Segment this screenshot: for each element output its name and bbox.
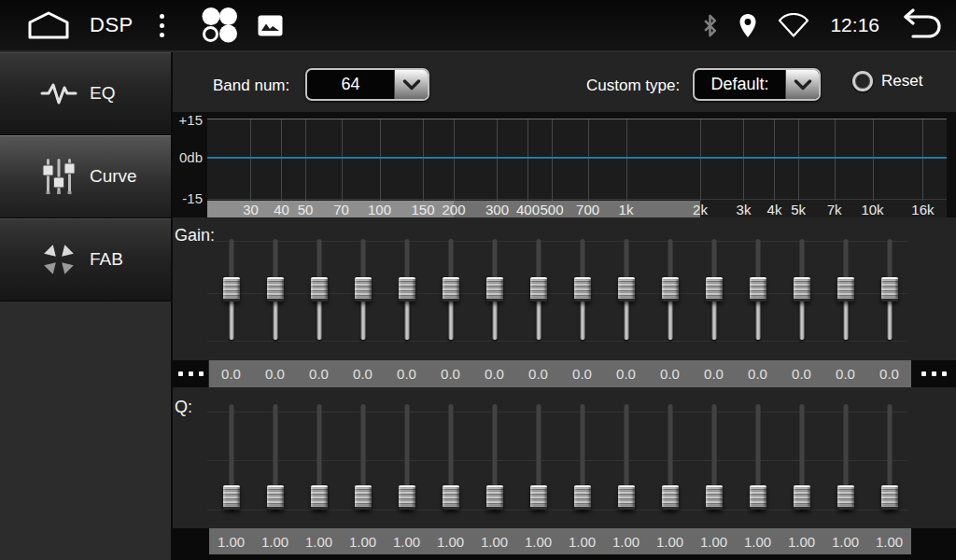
q-slider[interactable] — [692, 404, 736, 510]
reset-radio-icon[interactable] — [852, 71, 873, 91]
fader-thumb[interactable] — [223, 277, 240, 301]
fader-thumb[interactable] — [267, 277, 284, 301]
gain-slider[interactable] — [516, 239, 560, 340]
fader-thumb[interactable] — [881, 277, 898, 301]
y-axis-label-min: -15 — [173, 190, 203, 206]
fader-thumb[interactable] — [881, 485, 898, 510]
q-slider[interactable] — [297, 404, 341, 510]
gain-slider[interactable] — [472, 239, 516, 340]
fader-thumb[interactable] — [443, 485, 459, 510]
fader-thumb[interactable] — [311, 277, 328, 301]
gain-slider[interactable] — [867, 239, 911, 340]
fader-thumb[interactable] — [618, 277, 635, 301]
gain-slider[interactable] — [648, 239, 692, 340]
q-value: 1.00 — [648, 528, 692, 554]
back-icon[interactable] — [900, 8, 943, 42]
fader-thumb[interactable] — [574, 277, 591, 301]
fader-thumb[interactable] — [530, 485, 547, 510]
fader-thumb[interactable] — [574, 485, 591, 510]
fader-thumb[interactable] — [311, 485, 328, 510]
q-slider[interactable] — [516, 404, 560, 510]
fader-thumb[interactable] — [486, 485, 503, 510]
gain-slider[interactable] — [209, 239, 253, 340]
q-slider-row — [209, 404, 911, 510]
gain-slider[interactable] — [780, 239, 823, 340]
reset-button[interactable]: Reset — [852, 71, 922, 91]
gain-slider[interactable] — [604, 239, 648, 340]
fader-thumb[interactable] — [355, 485, 372, 510]
fader-thumb[interactable] — [399, 277, 415, 301]
chevron-down-icon[interactable] — [394, 70, 428, 99]
q-slider[interactable] — [253, 404, 297, 510]
q-slider[interactable] — [867, 404, 911, 510]
fader-thumb[interactable] — [706, 485, 723, 510]
home-icon[interactable] — [26, 10, 71, 40]
fader-thumb[interactable] — [530, 277, 547, 301]
q-slider[interactable] — [648, 404, 692, 510]
fader-thumb[interactable] — [486, 277, 503, 301]
gallery-icon[interactable] — [258, 15, 283, 36]
apps-clover-icon[interactable] — [200, 7, 239, 44]
gain-slider[interactable] — [429, 239, 472, 340]
chevron-down-icon[interactable] — [785, 70, 819, 99]
freq-gridline — [552, 119, 553, 201]
gain-more-left-button[interactable] — [173, 360, 208, 387]
fader-thumb[interactable] — [837, 485, 854, 510]
slider-track-upper — [316, 404, 321, 497]
q-slider[interactable] — [209, 404, 253, 510]
sidebar-item-eq[interactable]: EQ — [0, 52, 171, 135]
gain-value: 0.0 — [648, 360, 692, 387]
bluetooth-icon — [702, 13, 718, 38]
gain-slider[interactable] — [560, 239, 604, 340]
gain-value: 0.0 — [560, 360, 604, 387]
freq-tick-label: 100 — [368, 202, 391, 217]
custom-type-dropdown[interactable]: Default: — [693, 68, 821, 101]
gain-value: 0.0 — [385, 360, 429, 387]
fader-thumb[interactable] — [794, 485, 810, 510]
q-value: 1.00 — [692, 528, 736, 554]
fader-thumb[interactable] — [706, 277, 723, 301]
top-status-bar: DSP 12:16 — [0, 0, 956, 52]
fader-thumb[interactable] — [662, 485, 679, 510]
freq-gridline — [588, 119, 589, 201]
gain-slider[interactable] — [341, 239, 385, 340]
fader-thumb[interactable] — [618, 485, 635, 510]
gain-slider[interactable] — [736, 239, 780, 340]
fader-thumb[interactable] — [355, 277, 372, 301]
fader-thumb[interactable] — [223, 485, 240, 510]
fader-thumb[interactable] — [837, 277, 854, 301]
fader-thumb[interactable] — [794, 277, 810, 301]
slider-track-upper — [273, 404, 277, 497]
y-axis-label-max: +15 — [173, 112, 203, 128]
fader-thumb[interactable] — [443, 277, 459, 301]
fader-thumb[interactable] — [662, 277, 679, 301]
sidebar-item-fab[interactable]: FAB — [0, 218, 171, 301]
gain-slider[interactable] — [253, 239, 297, 340]
q-slider[interactable] — [385, 404, 429, 510]
q-slider[interactable] — [341, 404, 385, 510]
fader-thumb[interactable] — [750, 277, 766, 301]
q-slider[interactable] — [560, 404, 604, 510]
gain-slider-row — [209, 239, 911, 340]
gain-slider[interactable] — [297, 239, 341, 340]
q-slider[interactable] — [472, 404, 516, 510]
gain-slider[interactable] — [385, 239, 429, 340]
menu-kebab-icon[interactable] — [156, 10, 168, 41]
q-slider[interactable] — [429, 404, 472, 510]
gain-value: 0.0 — [867, 360, 911, 387]
q-value-strip: 1.001.001.001.001.001.001.001.001.001.00… — [209, 528, 911, 554]
app-title: DSP — [90, 13, 134, 37]
sidebar-item-curve[interactable]: Curve — [0, 135, 171, 218]
gain-slider[interactable] — [823, 239, 867, 340]
band-num-dropdown[interactable]: 64 — [305, 68, 429, 101]
eq-plot — [207, 119, 947, 201]
q-slider[interactable] — [736, 404, 780, 510]
fader-thumb[interactable] — [399, 485, 415, 510]
q-slider[interactable] — [604, 404, 648, 510]
q-slider[interactable] — [780, 404, 823, 510]
gain-more-right-button[interactable] — [911, 360, 956, 387]
gain-slider[interactable] — [692, 239, 736, 340]
q-slider[interactable] — [823, 404, 867, 510]
fader-thumb[interactable] — [750, 485, 766, 510]
fader-thumb[interactable] — [267, 485, 284, 510]
